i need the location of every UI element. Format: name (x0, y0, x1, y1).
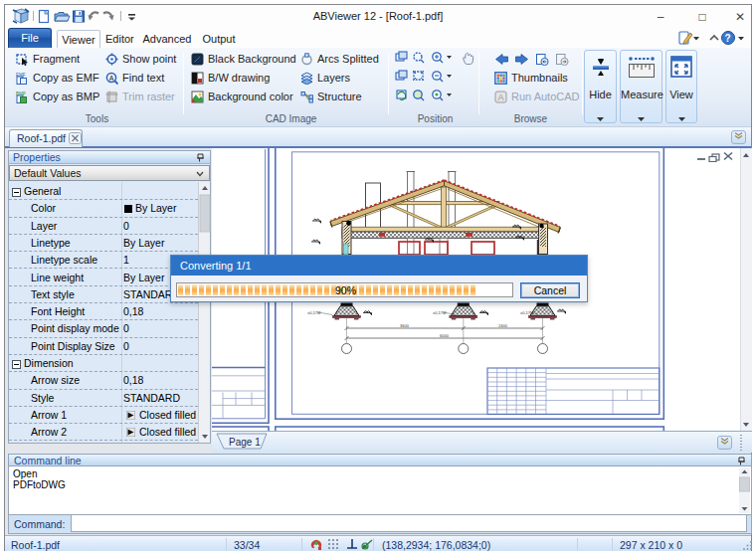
svg-text:±0,17M: ±0,17M (307, 310, 320, 315)
svg-text:A: A (109, 75, 114, 82)
svg-text:2400: 2400 (498, 323, 508, 328)
svg-text:±0,17M: ±0,17M (433, 310, 446, 315)
svg-text:6000: 6000 (440, 333, 450, 338)
svg-text:A: A (498, 93, 504, 102)
svg-text:3600: 3600 (400, 323, 410, 328)
svg-text:Page 1: Page 1 (229, 437, 261, 448)
svg-text:±0,17M: ±0,17M (520, 310, 533, 315)
svg-text:?: ? (725, 33, 731, 44)
